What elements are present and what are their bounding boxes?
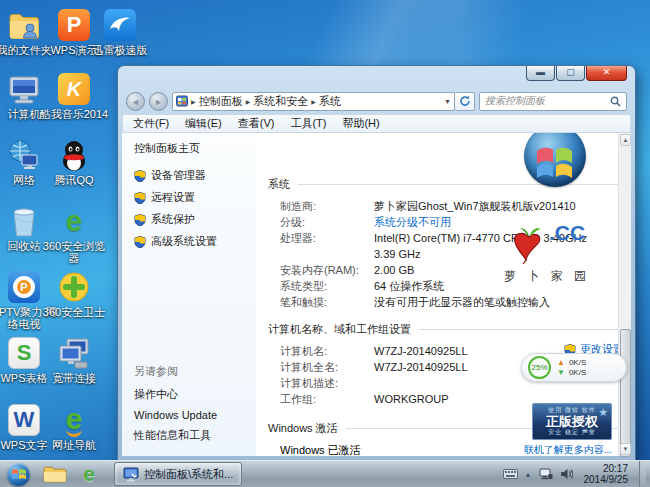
network-tray-icon[interactable]	[539, 468, 553, 480]
windows-flag-icon	[12, 468, 26, 481]
sidebar-item-device-manager[interactable]: 设备管理器	[134, 168, 256, 183]
row-label: 处理器:	[280, 230, 374, 262]
scroll-down-icon[interactable]: ▼	[620, 443, 631, 455]
browser-e-icon: e	[83, 462, 95, 486]
broadband-connection-icon	[57, 336, 91, 370]
learn-more-link[interactable]: 联机了解更多内容...	[524, 443, 612, 456]
desktop-icon-kuwo-music[interactable]: K 酷我音乐2014	[39, 72, 109, 120]
rating-link[interactable]: 系统分级不可用	[374, 214, 451, 230]
thunder-bird-icon	[103, 8, 137, 42]
taskbar-clock[interactable]: 20:17 2014/9/25	[584, 463, 629, 485]
address-bar[interactable]: ▶ 控制面板 ▶ 系统和安全 ▶ 系统 ▼	[172, 92, 455, 111]
row-value: 萝卜家园Ghost_Win7旗舰装机版v201410	[374, 198, 576, 214]
vertical-scrollbar[interactable]: ▲ ▼	[618, 133, 631, 456]
see-also-group: 另请参阅 操作中心 Windows Update 性能信息和工具	[134, 364, 256, 450]
scrollbar-thumb[interactable]	[620, 329, 631, 457]
uac-shield-icon	[134, 192, 146, 204]
sidebar-control-panel-home[interactable]: 控制面板主页	[134, 141, 256, 156]
breadcrumb-system[interactable]: 系统	[319, 94, 341, 109]
desktop-icon-qq[interactable]: 腾讯QQ	[39, 138, 109, 186]
nav-e-icon: e	[57, 403, 91, 437]
desktop-icon-nav-site[interactable]: e 网址导航	[39, 403, 109, 451]
row-label: 分级:	[280, 214, 374, 230]
taskbar-active-task[interactable]: 控制面板\系统和...	[114, 462, 242, 486]
search-placeholder: 搜索控制面板	[485, 94, 610, 108]
row-label: 安装内存(RAM):	[280, 262, 374, 278]
menu-edit[interactable]: 编辑(E)	[185, 116, 222, 131]
refresh-button[interactable]	[455, 92, 475, 111]
radish-icon	[509, 222, 549, 264]
sidebar-item-windows-update[interactable]: Windows Update	[134, 409, 256, 421]
forward-button[interactable]: ►	[149, 92, 168, 111]
volume-icon[interactable]	[560, 468, 573, 480]
sidebar-item-remote-settings[interactable]: 远程设置	[134, 190, 256, 205]
row-label: 计算机全名:	[280, 359, 374, 375]
close-button[interactable]: ✕	[586, 66, 627, 81]
menu-view[interactable]: 查看(V)	[238, 116, 275, 131]
row-value: 2.00 GB	[374, 262, 414, 278]
clock-time: 20:17	[584, 463, 629, 474]
breadcrumb-system-security[interactable]: 系统和安全	[253, 94, 308, 109]
scroll-up-icon[interactable]: ▲	[620, 134, 631, 146]
net-speed-widget[interactable]: 25% ▲0K/S ▼0K/S	[521, 353, 627, 382]
maximize-button[interactable]: ▢	[556, 66, 585, 81]
qq-penguin-icon	[57, 138, 91, 172]
minimize-button[interactable]: ▬	[526, 66, 555, 81]
desktop-icon-label: 腾讯QQ	[39, 174, 109, 186]
taskbar-browser-button[interactable]: e	[74, 462, 104, 486]
genuine-star-icon: ★	[598, 406, 608, 419]
row-label: 工作组:	[280, 391, 374, 407]
brand-logo: .CC 萝 卜 家 园	[504, 221, 590, 285]
computer-name-section-title: 计算机名称、域和工作组设置	[268, 322, 618, 337]
sidebar-item-advanced-settings[interactable]: 高级系统设置	[134, 234, 256, 249]
sidebar-item-label: 设备管理器	[151, 168, 206, 183]
row-label: 计算机描述:	[280, 375, 374, 391]
desktop-icon-thunder[interactable]: 迅雷极速版	[85, 8, 155, 56]
memory-percent-ring: 25%	[528, 356, 551, 379]
row-value: W7ZJ-20140925LL	[374, 343, 468, 359]
search-input[interactable]: 搜索控制面板	[479, 92, 627, 111]
pptv-icon: P	[7, 270, 41, 304]
input-keyboard-icon[interactable]	[503, 469, 518, 479]
sidebar-item-label: 系统保护	[151, 212, 195, 227]
desktop-icon-label: 宽带连接	[39, 372, 109, 384]
sidebar-item-performance-tools[interactable]: 性能信息和工具	[134, 428, 256, 443]
back-button[interactable]: ◄	[126, 92, 145, 111]
360-browser-e-icon: e	[57, 204, 91, 238]
row-value: 64 位操作系统	[374, 278, 444, 294]
sidebar-item-label: 远程设置	[151, 190, 195, 205]
show-hidden-icons[interactable]: ▲	[525, 471, 532, 478]
titlebar[interactable]: ▬ ▢ ✕	[122, 66, 631, 88]
taskbar-explorer-button[interactable]	[40, 462, 70, 486]
breadcrumb-control-panel[interactable]: 控制面板	[199, 94, 243, 109]
brand-cc-text: .CC	[549, 221, 585, 244]
menu-bar: 文件(F) 编辑(E) 查看(V) 工具(T) 帮助(H)	[122, 114, 631, 132]
refresh-icon	[459, 95, 471, 107]
start-button[interactable]	[7, 463, 30, 486]
desktop-icon-360-safe[interactable]: 360安全卫士	[39, 270, 109, 318]
uac-shield-icon	[134, 170, 146, 182]
badge-line3: 安全 稳定 声誉	[532, 428, 612, 437]
sidebar-item-system-protection[interactable]: 系统保护	[134, 212, 256, 227]
system-tray: ▲ 20:17 2014/9/25	[503, 461, 650, 487]
main-pane: 系统 制造商: 萝卜家园Ghost_Win7旗舰装机版v201410 分级: 系…	[256, 133, 618, 456]
row-value: 没有可用于此显示器的笔或触控输入	[374, 294, 550, 310]
see-also-header: 另请参阅	[134, 364, 256, 379]
sidebar-item-action-center[interactable]: 操作中心	[134, 387, 256, 402]
row-label: 系统类型:	[280, 278, 374, 294]
control-panel-icon	[176, 95, 188, 107]
menu-tools[interactable]: 工具(T)	[290, 116, 326, 131]
menu-help[interactable]: 帮助(H)	[342, 116, 379, 131]
menu-file[interactable]: 文件(F)	[133, 116, 169, 131]
desktop-icon-360-browser[interactable]: e 360安全浏览器	[39, 204, 109, 264]
genuine-badge[interactable]: 使用 微软 软件 正版授权 安全 稳定 声誉 ★	[532, 403, 612, 440]
show-desktop-button[interactable]	[639, 461, 646, 487]
desktop-icon-broadband[interactable]: 宽带连接	[39, 336, 109, 384]
row-value: WORKGROUP	[374, 391, 449, 407]
desktop-icon-label: 迅雷极速版	[85, 44, 155, 56]
manufacturer-row: 制造商: 萝卜家园Ghost_Win7旗舰装机版v201410	[280, 198, 618, 214]
row-label: 笔和触摸:	[280, 294, 374, 310]
sidebar-item-label: 高级系统设置	[151, 234, 217, 249]
upload-speed: 0K/S	[569, 358, 586, 367]
address-dropdown-icon[interactable]: ▼	[444, 98, 451, 105]
